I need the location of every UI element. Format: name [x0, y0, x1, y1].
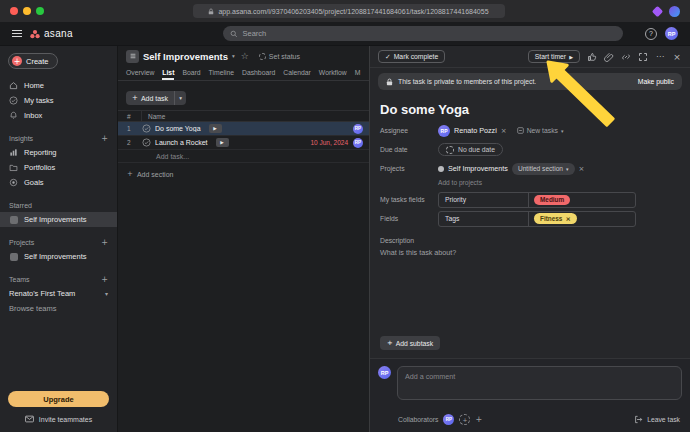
sidebar-item-home[interactable]: Home	[0, 78, 117, 93]
add-subtask-button[interactable]: + Add subtask	[380, 336, 440, 350]
check-circle-icon	[9, 96, 18, 105]
task-name[interactable]: Launch a Rocket	[155, 139, 208, 146]
task-title[interactable]: Do some Yoga	[370, 95, 690, 122]
description-input[interactable]: What is this task about?	[370, 246, 690, 259]
sidebar-item-goals[interactable]: Goals	[0, 175, 117, 190]
task-row-launch-a-rocket[interactable]: 2 Launch a Rocket ▶ 10 Jun, 2024 RP	[118, 136, 369, 150]
sidebar-item-reporting[interactable]: Reporting	[0, 145, 117, 160]
close-icon[interactable]: ×	[672, 52, 682, 62]
caret-down-icon[interactable]: ▾	[232, 53, 235, 59]
sidebar-item-label: Self Improvements	[24, 215, 87, 224]
due-date-label: Due date	[380, 146, 438, 153]
sidebar-item-my-tasks[interactable]: My tasks	[0, 93, 117, 108]
link-icon[interactable]	[621, 52, 631, 62]
sidebar-section-insights: Insights +	[0, 132, 117, 145]
add-insight-icon[interactable]: +	[101, 134, 108, 143]
task-check-icon[interactable]	[142, 124, 151, 133]
tab-calendar[interactable]: Calendar	[283, 66, 311, 80]
plus-icon[interactable]: +	[475, 415, 482, 424]
remove-tag-icon[interactable]: ×	[565, 215, 570, 223]
attachment-icon[interactable]	[604, 52, 614, 62]
tab-dashboard[interactable]: Dashboard	[242, 66, 275, 80]
window-close-button[interactable]	[10, 7, 18, 15]
create-label: Create	[26, 57, 49, 66]
browser-profile-icon[interactable]	[669, 6, 680, 17]
make-public-button[interactable]: Make public	[638, 78, 674, 85]
target-icon	[9, 178, 18, 187]
row-number: 1	[118, 125, 142, 132]
new-tasks-selector[interactable]: New tasks ▾	[517, 127, 564, 134]
task-row-do-some-yoga[interactable]: 1 Do some Yoga ▶ RP	[118, 122, 369, 136]
tab-overview[interactable]: Overview	[126, 66, 154, 80]
tab-board[interactable]: Board	[182, 66, 200, 80]
assignee-label: Assignee	[380, 127, 438, 134]
play-timer-button[interactable]: ▶	[216, 138, 229, 147]
url-text: app.asana.com/l/9370406203405/project/12…	[218, 8, 488, 15]
asana-logo[interactable]: asana	[30, 28, 73, 39]
add-to-projects-button[interactable]: Add to projects	[438, 179, 680, 186]
remove-project-icon[interactable]: ×	[579, 165, 585, 173]
user-avatar[interactable]: RP	[665, 27, 678, 40]
add-section-button[interactable]: + Add section	[118, 170, 369, 178]
window-minimize-button[interactable]	[23, 7, 31, 15]
sidebar-item-inbox[interactable]: Inbox	[0, 108, 117, 123]
tags-label[interactable]: Tags	[439, 212, 529, 226]
fullscreen-icon[interactable]	[638, 52, 648, 62]
invite-teammates-button[interactable]: Invite teammates	[8, 412, 109, 426]
add-team-icon[interactable]: +	[101, 275, 108, 284]
search-bar[interactable]	[223, 26, 623, 41]
sidebar-item-browse-teams[interactable]: Browse teams	[0, 301, 117, 316]
play-timer-button[interactable]: ▶	[209, 124, 222, 133]
address-bar[interactable]: app.asana.com/l/9370406203405/project/12…	[193, 4, 505, 18]
assignee-avatar[interactable]: RP	[353, 124, 363, 134]
section-label: Insights	[9, 135, 33, 142]
priority-badge[interactable]: Medium	[534, 195, 570, 205]
task-check-icon[interactable]	[142, 138, 151, 147]
fields-label: Fields	[380, 215, 438, 222]
description-label: Description	[370, 229, 690, 246]
more-icon[interactable]: ⋯	[655, 52, 665, 62]
priority-label[interactable]: Priority	[439, 193, 529, 207]
tab-timeline[interactable]: Timeline	[209, 66, 234, 80]
mark-complete-button[interactable]: ✓ Mark complete	[378, 50, 445, 63]
assignee-name[interactable]: Renato Pozzi	[454, 126, 497, 135]
task-name[interactable]: Do some Yoga	[155, 125, 201, 132]
hamburger-menu-icon[interactable]	[12, 30, 22, 38]
sidebar-item-team[interactable]: Renato's First Team ▾	[0, 286, 117, 301]
upgrade-button[interactable]: Upgrade	[8, 391, 109, 407]
add-collaborator-icon[interactable]: +	[459, 414, 470, 425]
extension-icon[interactable]	[652, 5, 663, 16]
start-timer-button[interactable]: Start timer ▶	[528, 50, 580, 63]
assignee-avatar[interactable]: RP	[353, 138, 363, 148]
remove-assignee-icon[interactable]: ×	[501, 127, 507, 135]
window-controls[interactable]	[10, 7, 44, 15]
leave-task-button[interactable]: Leave task	[634, 415, 680, 424]
add-task-inline[interactable]: Add task...	[118, 150, 369, 163]
sidebar-item-portfolios[interactable]: Portfolios	[0, 160, 117, 175]
create-button[interactable]: + Create	[8, 53, 58, 69]
star-icon[interactable]: ☆	[241, 51, 249, 61]
task-panel-header: ✓ Mark complete Start timer ▶ ⋯ ×	[370, 46, 690, 68]
assignee-avatar[interactable]: RP	[438, 125, 450, 137]
tab-messages-truncated[interactable]: M	[355, 66, 361, 80]
set-status-button[interactable]: Set status	[259, 53, 300, 60]
project-name[interactable]: Self Improvements	[448, 164, 508, 173]
comment-input[interactable]: Add a comment	[397, 366, 682, 400]
add-project-icon[interactable]: +	[101, 238, 108, 247]
section-selector[interactable]: Untitled section ▾	[512, 163, 575, 175]
due-date-button[interactable]: No due date	[438, 143, 503, 156]
tab-list[interactable]: List	[162, 66, 174, 80]
help-icon[interactable]: ?	[645, 28, 657, 40]
sidebar-item-label: Inbox	[24, 111, 42, 120]
field-assignee: Assignee RP Renato Pozzi × New tasks ▾	[380, 122, 680, 139]
search-input[interactable]	[242, 29, 615, 38]
add-task-button[interactable]: + Add task ▾	[126, 91, 186, 105]
collaborator-avatar[interactable]: RP	[443, 414, 454, 425]
sidebar-item-project-self-improvements[interactable]: Self Improvements	[0, 249, 117, 264]
window-zoom-button[interactable]	[36, 7, 44, 15]
tab-workflow[interactable]: Workflow	[319, 66, 347, 80]
add-task-caret-icon[interactable]: ▾	[174, 91, 186, 105]
sidebar-item-starred-self-improvements[interactable]: Self Improvements	[0, 212, 117, 227]
like-icon[interactable]	[587, 52, 597, 62]
tag-badge[interactable]: Fitness ×	[534, 213, 577, 224]
